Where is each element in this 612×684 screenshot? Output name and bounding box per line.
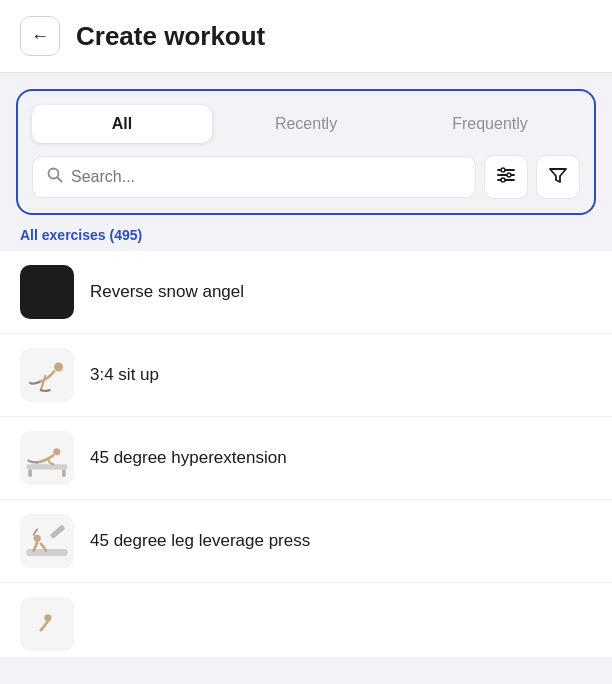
list-item[interactable]: Reverse snow angel xyxy=(0,251,612,334)
svg-rect-14 xyxy=(50,524,66,538)
tab-all[interactable]: All xyxy=(32,105,212,143)
svg-rect-9 xyxy=(27,464,68,469)
list-item[interactable]: 45 degree hyperextension xyxy=(0,417,612,500)
list-item[interactable] xyxy=(0,583,612,657)
filter-button[interactable] xyxy=(536,155,580,199)
exercise-name: 3:4 sit up xyxy=(90,365,159,385)
filter-icon xyxy=(547,164,569,191)
svg-point-8 xyxy=(54,363,63,372)
header: ← Create workout xyxy=(0,0,612,73)
search-icon xyxy=(47,167,63,187)
exercise-thumbnail xyxy=(20,514,74,568)
filter-bar: All Recently Frequently xyxy=(16,89,596,215)
exercise-name: 45 degree leg leverage press xyxy=(90,531,310,551)
svg-line-1 xyxy=(58,178,62,182)
svg-point-7 xyxy=(501,178,505,182)
search-input[interactable] xyxy=(71,168,461,186)
exercise-name: 45 degree hyperextension xyxy=(90,448,287,468)
exercise-thumbnail xyxy=(20,265,74,319)
tab-recently[interactable]: Recently xyxy=(216,105,396,143)
search-wrapper xyxy=(32,156,476,198)
svg-point-12 xyxy=(53,448,60,455)
exercise-list: Reverse snow angel 3:4 sit up xyxy=(0,251,612,657)
section-label: All exercises (495) xyxy=(20,227,142,243)
tab-frequently[interactable]: Frequently xyxy=(400,105,580,143)
exercise-name: Reverse snow angel xyxy=(90,282,244,302)
search-row xyxy=(32,155,580,199)
list-item[interactable]: 3:4 sit up xyxy=(0,334,612,417)
page-title: Create workout xyxy=(76,21,265,52)
exercise-thumbnail xyxy=(20,348,74,402)
svg-rect-11 xyxy=(62,470,66,477)
svg-point-6 xyxy=(507,173,511,177)
tab-group: All Recently Frequently xyxy=(32,105,580,143)
list-item[interactable]: 45 degree leg leverage press xyxy=(0,500,612,583)
svg-rect-10 xyxy=(28,470,32,477)
back-button[interactable]: ← xyxy=(20,16,60,56)
sliders-button[interactable] xyxy=(484,155,528,199)
exercise-thumbnail xyxy=(20,597,74,651)
back-icon: ← xyxy=(31,26,49,47)
svg-point-5 xyxy=(501,168,505,172)
section-header: All exercises (495) xyxy=(0,215,612,251)
sliders-icon xyxy=(495,164,517,191)
exercise-thumbnail xyxy=(20,431,74,485)
